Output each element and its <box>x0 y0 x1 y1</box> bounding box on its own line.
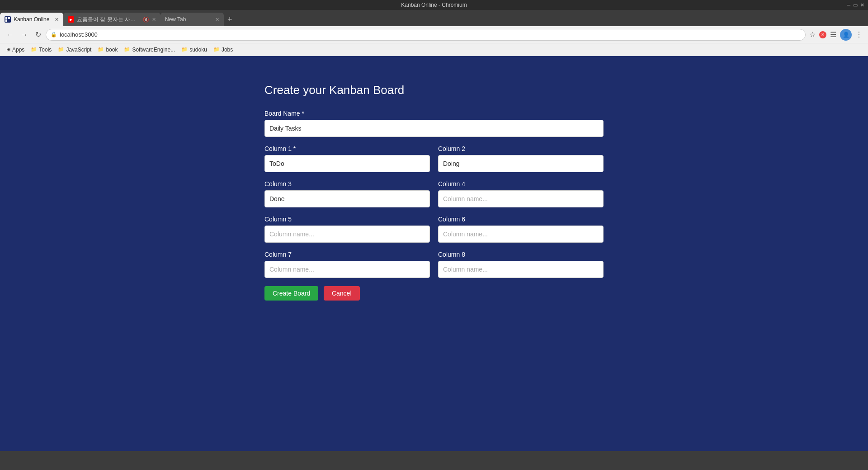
column-4-group: Column 4 <box>438 180 604 207</box>
new-tab-button[interactable]: + <box>224 13 236 26</box>
column-8-group: Column 8 <box>438 251 604 278</box>
nav-bar: ← → ↻ 🔒 localhost:3000 ☆ ✕ ☰ 👤 ⋮ <box>0 26 868 43</box>
kanban-form: Create your Kanban Board Board Name * Co… <box>264 83 604 309</box>
board-name-group: Board Name * <box>264 110 604 137</box>
kanban-form-background: Create your Kanban Board Board Name * Co… <box>0 56 868 451</box>
tab-close-newtab[interactable]: ✕ <box>215 17 219 23</box>
tab-kanban-online[interactable]: Kanban Online ✕ <box>0 13 63 26</box>
lock-icon: 🔒 <box>51 32 57 38</box>
tab-close-kanban[interactable]: ✕ <box>55 17 59 23</box>
bookmark-sudoku[interactable]: 📁 sudoku <box>179 46 210 54</box>
nav-right-controls: ☆ ✕ ☰ 👤 ⋮ <box>807 28 864 41</box>
columns-row-1: Column 1 * Column 2 <box>264 145 604 172</box>
menu-button[interactable]: ⋮ <box>854 28 864 41</box>
tabs-bar: Kanban Online ✕ ▶ 요즘들어 잠 못자는 사람들... 🔇 ✕ … <box>0 10 868 26</box>
bookmark-apps-label: Apps <box>12 47 24 53</box>
bookmark-tools-label: Tools <box>39 47 52 53</box>
folder-icon-js: 📁 <box>58 47 64 52</box>
bookmark-apps[interactable]: ⊞ Apps <box>4 46 27 54</box>
title-bar: Kanban Online - Chromium ─ ▭ ✕ <box>0 0 868 10</box>
folder-icon-se: 📁 <box>124 47 130 52</box>
svg-rect-0 <box>5 17 7 19</box>
column-2-group: Column 2 <box>438 145 604 172</box>
page-content: Create your Kanban Board Board Name * Co… <box>0 56 868 451</box>
column-8-input[interactable] <box>438 261 604 278</box>
folder-icon-sudoku: 📁 <box>181 47 188 52</box>
maximize-button[interactable]: ▭ <box>853 2 858 8</box>
address-text: localhost:3000 <box>60 31 98 38</box>
browser-window: Kanban Online - Chromium ─ ▭ ✕ Kanban On… <box>0 0 868 470</box>
bookmark-jobs-label: Jobs <box>222 47 233 53</box>
tab-label-kanban: Kanban Online <box>14 16 49 23</box>
column-1-group: Column 1 * <box>264 145 430 172</box>
board-name-input[interactable] <box>264 120 604 137</box>
tab-favicon-youtube: ▶ <box>68 16 74 23</box>
bookmark-jobs[interactable]: 📁 Jobs <box>211 46 236 54</box>
bookmark-js-label: JavaScript <box>66 47 91 53</box>
column-2-input[interactable] <box>438 155 604 172</box>
tab-new-tab[interactable]: New Tab ✕ <box>160 13 224 26</box>
column-5-group: Column 5 <box>264 216 430 243</box>
address-bar[interactable]: 🔒 localhost:3000 <box>46 29 806 41</box>
column-6-label: Column 6 <box>438 216 604 223</box>
create-board-button[interactable]: Create Board <box>264 286 318 301</box>
tab-label-youtube: 요즘들어 잠 못자는 사람들... <box>77 16 140 24</box>
apps-grid-icon: ⊞ <box>6 47 10 52</box>
extensions-button[interactable]: ☰ <box>828 28 838 41</box>
tab-favicon-kanban <box>5 16 11 23</box>
column-1-label: Column 1 * <box>264 145 430 152</box>
reload-button[interactable]: ↻ <box>33 28 44 41</box>
bookmark-sudoku-label: sudoku <box>189 47 207 53</box>
column-5-label: Column 5 <box>264 216 430 223</box>
bookmark-tools[interactable]: 📁 Tools <box>28 46 54 54</box>
folder-icon-book: 📁 <box>98 47 104 52</box>
column-7-input[interactable] <box>264 261 430 278</box>
bookmark-javascript[interactable]: 📁 JavaScript <box>55 46 94 54</box>
column-6-group: Column 6 <box>438 216 604 243</box>
column-6-input[interactable] <box>438 226 604 243</box>
window-title: Kanban Online - Chromium <box>401 2 467 8</box>
column-4-label: Column 4 <box>438 180 604 188</box>
columns-row-2: Column 3 Column 4 <box>264 180 604 207</box>
bookmark-book-label: book <box>106 47 118 53</box>
column-1-input[interactable] <box>264 155 430 172</box>
board-name-label: Board Name * <box>264 110 604 117</box>
column-7-group: Column 7 <box>264 251 430 278</box>
columns-row-3: Column 5 Column 6 <box>264 216 604 243</box>
minimize-button[interactable]: ─ <box>847 2 850 8</box>
column-3-group: Column 3 <box>264 180 430 207</box>
cancel-button[interactable]: Cancel <box>324 286 360 301</box>
column-8-label: Column 8 <box>438 251 604 258</box>
folder-icon-jobs: 📁 <box>213 47 220 52</box>
tab-close-youtube[interactable]: ✕ <box>152 17 156 23</box>
svg-rect-1 <box>8 17 10 19</box>
window-controls: ─ ▭ ✕ <box>847 2 864 8</box>
bookmark-software-eng[interactable]: 📁 SoftwareEngine... <box>121 46 178 54</box>
bookmark-se-label: SoftwareEngine... <box>132 47 175 53</box>
bookmark-book[interactable]: 📁 book <box>95 46 120 54</box>
form-actions: Create Board Cancel <box>264 286 604 301</box>
column-2-label: Column 2 <box>438 145 604 152</box>
profile-button[interactable]: 👤 <box>840 29 852 41</box>
svg-rect-2 <box>5 19 7 22</box>
tab-youtube[interactable]: ▶ 요즘들어 잠 못자는 사람들... 🔇 ✕ <box>63 13 160 26</box>
columns-row-4: Column 7 Column 8 <box>264 251 604 278</box>
bookmark-star-button[interactable]: ☆ <box>807 28 817 41</box>
back-button[interactable]: ← <box>4 29 16 41</box>
bookmarks-bar: ⊞ Apps 📁 Tools 📁 JavaScript 📁 book 📁 Sof… <box>0 43 868 56</box>
column-3-label: Column 3 <box>264 180 430 188</box>
column-3-input[interactable] <box>264 190 430 207</box>
close-button[interactable]: ✕ <box>860 2 864 8</box>
tab-label-newtab: New Tab <box>165 16 186 23</box>
column-7-label: Column 7 <box>264 251 430 258</box>
column-5-input[interactable] <box>264 226 430 243</box>
folder-icon-tools: 📁 <box>31 47 37 52</box>
column-4-input[interactable] <box>438 190 604 207</box>
extension-icon[interactable]: ✕ <box>819 31 826 38</box>
form-title: Create your Kanban Board <box>264 83 604 97</box>
forward-button[interactable]: → <box>18 29 31 41</box>
